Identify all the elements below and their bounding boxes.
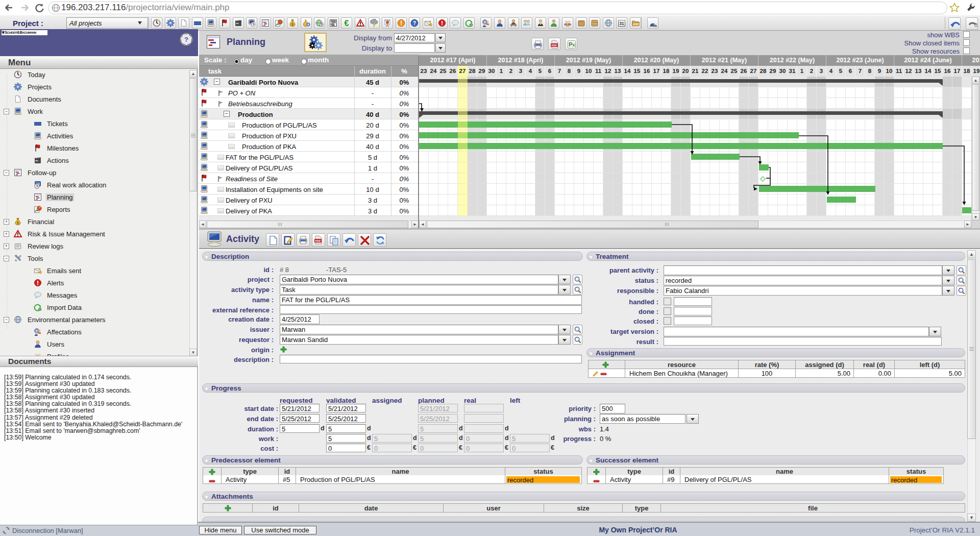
svg-text:P: P bbox=[569, 41, 572, 47]
svg-text:€: € bbox=[345, 19, 349, 27]
svg-text:$: $ bbox=[17, 221, 19, 225]
svg-text:31: 31 bbox=[619, 21, 624, 26]
svg-text:$: $ bbox=[291, 22, 293, 27]
svg-text:?: ? bbox=[184, 36, 188, 43]
svg-text:?: ? bbox=[413, 20, 416, 26]
svg-text:PDF: PDF bbox=[551, 44, 557, 47]
svg-text:PDF: PDF bbox=[315, 239, 321, 242]
svg-text:V1.0: V1.0 bbox=[592, 21, 597, 23]
